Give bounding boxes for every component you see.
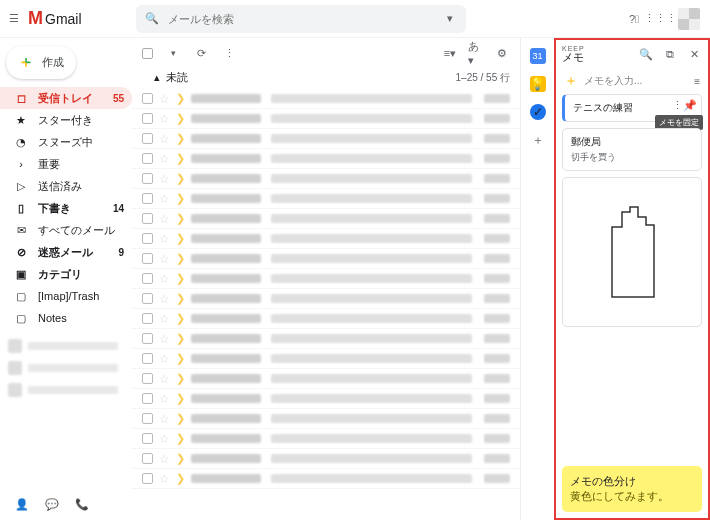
star-icon[interactable]: ☆ [159,132,170,146]
row-checkbox[interactable] [142,233,153,244]
select-all-checkbox[interactable] [142,48,153,59]
importance-icon[interactable]: ❯ [176,172,185,185]
phone-icon[interactable]: 📞 [74,496,90,512]
star-icon[interactable]: ☆ [159,392,170,406]
keep-note[interactable]: テニスの練習 ⋮ 📌 メモを固定 [562,94,702,122]
keep-icon[interactable]: 💡 [530,76,546,92]
addons-plus-icon[interactable]: ＋ [530,132,546,148]
search-icon[interactable]: 🔍 [144,11,160,27]
row-checkbox[interactable] [142,273,153,284]
row-checkbox[interactable] [142,153,153,164]
message-row[interactable]: ☆❯ [132,109,520,129]
nav-item[interactable]: ▢[Imap]/Trash [0,285,132,307]
row-checkbox[interactable] [142,433,153,444]
importance-icon[interactable]: ❯ [176,392,185,405]
message-row[interactable]: ☆❯ [132,449,520,469]
star-icon[interactable]: ☆ [159,352,170,366]
row-checkbox[interactable] [142,393,153,404]
star-icon[interactable]: ☆ [159,212,170,226]
star-icon[interactable]: ☆ [159,372,170,386]
importance-icon[interactable]: ❯ [176,352,185,365]
calendar-icon[interactable]: 31 [530,48,546,64]
importance-icon[interactable]: ❯ [176,252,185,265]
message-row[interactable]: ☆❯ [132,189,520,209]
more-icon[interactable]: ⋮ [221,45,237,61]
importance-icon[interactable]: ❯ [176,332,185,345]
star-icon[interactable]: ☆ [159,472,170,486]
star-icon[interactable]: ☆ [159,412,170,426]
settings-icon[interactable]: ⚙ [494,45,510,61]
message-row[interactable]: ☆❯ [132,389,520,409]
note-menu-icon[interactable]: ⋮ [672,99,683,112]
section-header[interactable]: ▴ 未読 1–25 / 55 行 [132,68,520,89]
row-checkbox[interactable] [142,413,153,424]
message-row[interactable]: ☆❯ [132,229,520,249]
importance-icon[interactable]: ❯ [176,272,185,285]
chat-icon[interactable]: 💬 [44,496,60,512]
star-icon[interactable]: ☆ [159,312,170,326]
importance-icon[interactable]: ❯ [176,292,185,305]
person-icon[interactable]: 👤 [14,496,30,512]
account-row[interactable] [8,337,118,355]
message-row[interactable]: ☆❯ [132,89,520,109]
importance-icon[interactable]: ❯ [176,132,185,145]
star-icon[interactable]: ☆ [159,272,170,286]
star-icon[interactable]: ☆ [159,232,170,246]
row-checkbox[interactable] [142,373,153,384]
star-icon[interactable]: ☆ [159,292,170,306]
keep-open-icon[interactable]: ⧉ [662,46,678,62]
row-checkbox[interactable] [142,293,153,304]
section-caret-icon[interactable]: ▴ [154,71,160,84]
note-pin-icon[interactable]: 📌 [683,99,697,112]
row-checkbox[interactable] [142,173,153,184]
message-row[interactable]: ☆❯ [132,289,520,309]
message-row[interactable]: ☆❯ [132,369,520,389]
row-checkbox[interactable] [142,313,153,324]
importance-icon[interactable]: ❯ [176,232,185,245]
message-row[interactable]: ☆❯ [132,269,520,289]
message-row[interactable]: ☆❯ [132,129,520,149]
row-checkbox[interactable] [142,193,153,204]
tasks-icon[interactable]: ✓ [530,104,546,120]
star-icon[interactable]: ☆ [159,332,170,346]
search-bar[interactable]: 🔍 ▾ [136,5,466,33]
importance-icon[interactable]: ❯ [176,372,185,385]
nav-item[interactable]: ▯下書き14 [0,197,132,219]
search-dropdown-icon[interactable]: ▾ [442,11,458,27]
importance-icon[interactable]: ❯ [176,412,185,425]
star-icon[interactable]: ☆ [159,192,170,206]
help-icon[interactable]: ?⃝ [626,11,642,27]
nav-item[interactable]: ▣カテゴリ [0,263,132,285]
message-row[interactable]: ☆❯ [132,169,520,189]
star-icon[interactable]: ☆ [159,92,170,106]
nav-item[interactable]: ▷送信済み [0,175,132,197]
importance-icon[interactable]: ❯ [176,92,185,105]
row-checkbox[interactable] [142,253,153,264]
message-row[interactable]: ☆❯ [132,329,520,349]
row-checkbox[interactable] [142,473,153,484]
account-avatar[interactable] [678,8,700,30]
keep-search-icon[interactable]: 🔍 [638,46,654,62]
importance-icon[interactable]: ❯ [176,192,185,205]
row-checkbox[interactable] [142,213,153,224]
row-checkbox[interactable] [142,113,153,124]
row-checkbox[interactable] [142,333,153,344]
nav-item[interactable]: ★スター付き [0,109,132,131]
apps-icon[interactable]: ⋮⋮⋮ [652,11,668,27]
importance-icon[interactable]: ❯ [176,472,185,485]
compose-button[interactable]: ＋ 作成 [6,46,76,79]
message-row[interactable]: ☆❯ [132,149,520,169]
importance-icon[interactable]: ❯ [176,212,185,225]
row-checkbox[interactable] [142,93,153,104]
row-checkbox[interactable] [142,353,153,364]
importance-icon[interactable]: ❯ [176,112,185,125]
message-row[interactable]: ☆❯ [132,209,520,229]
star-icon[interactable]: ☆ [159,152,170,166]
nav-item[interactable]: ▢Notes [0,307,132,329]
nav-item[interactable]: ✉すべてのメール [0,219,132,241]
refresh-icon[interactable]: ⟳ [193,45,209,61]
importance-icon[interactable]: ❯ [176,432,185,445]
message-row[interactable]: ☆❯ [132,409,520,429]
keep-note-drawing[interactable] [562,177,702,327]
importance-icon[interactable]: ❯ [176,452,185,465]
